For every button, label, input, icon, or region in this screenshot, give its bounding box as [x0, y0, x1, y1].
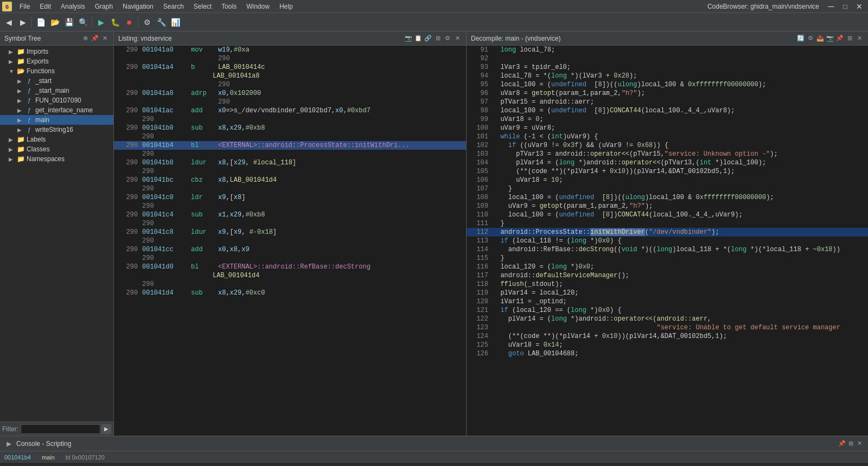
decomp-row[interactable]: 121 if (local_120 == (long *)0x0) {: [467, 306, 868, 315]
decomp-row[interactable]: 93 lVar3 = tpidr_el0;: [467, 63, 868, 72]
decomp-row[interactable]: 117 android::defaultServiceManager();: [467, 271, 868, 280]
decompile-close-icon[interactable]: ✕: [855, 34, 864, 43]
menu-window[interactable]: Window: [242, 2, 274, 11]
decompile-split-icon[interactable]: ⊞: [845, 34, 854, 43]
listing-split-icon[interactable]: ⊞: [433, 34, 442, 43]
listing-row[interactable]: 290 001041c8 ldur x9,[x9, #-0x18]: [114, 228, 466, 237]
listing-row[interactable]: 290: [114, 115, 466, 124]
menu-tools[interactable]: Tools: [217, 2, 241, 11]
decomp-row[interactable]: 91 long local_78;: [467, 46, 868, 54]
tree-item-imports[interactable]: ▶ 📁 Imports: [0, 47, 113, 56]
decomp-row[interactable]: 114 android::RefBase::decStrong((void *)…: [467, 245, 868, 254]
tree-item-exports[interactable]: ▶ 📁 Exports: [0, 56, 113, 66]
decomp-row[interactable]: 100 uVar9 = uVar8;: [467, 124, 868, 132]
maximize-button[interactable]: □: [839, 0, 852, 13]
listing-row[interactable]: 290: [114, 254, 466, 263]
listing-row[interactable]: 290 001041c0 ldr x9,[x8]: [114, 193, 466, 202]
decomp-row[interactable]: 92: [467, 54, 868, 63]
decomp-row[interactable]: 98 local_100 = (undefined [8])CONCAT44(l…: [467, 106, 868, 115]
decomp-row[interactable]: 113 if (local_118 != (long *)0x0) {: [467, 237, 868, 245]
tree-item-start-main[interactable]: ▶ ƒ _start_main: [0, 86, 113, 95]
decomp-row[interactable]: 96 uVar8 = getopt(param_1,param_2,"h?");: [467, 89, 868, 98]
listing-row[interactable]: 290 001041b8 ldur x8,[x29, #local_118]: [114, 158, 466, 167]
listing-row[interactable]: 290: [114, 184, 466, 193]
listing-row[interactable]: 290: [114, 54, 466, 63]
decomp-row[interactable]: 106 uVar18 = 10;: [467, 176, 868, 184]
decompile-export-icon[interactable]: 📤: [816, 34, 825, 43]
listing-row[interactable]: 290 001041cc add x0,x8,x9: [114, 245, 466, 254]
menu-search[interactable]: Search: [159, 2, 188, 11]
tree-item-classes[interactable]: ▶ 📁 Classes: [0, 144, 113, 154]
decomp-row[interactable]: 105 (**(code **)(*plVar14 + 0x10))(plVar…: [467, 167, 868, 176]
menu-analysis[interactable]: Analysis: [56, 2, 90, 11]
decomp-row[interactable]: 120 iVar11 = _optind;: [467, 297, 868, 306]
decompile-content[interactable]: 91 long local_78; 92 93 lVar3 = tpidr_el…: [467, 46, 868, 436]
forward-button[interactable]: ▶: [16, 16, 29, 29]
listing-row[interactable]: 290 001041a0 mov w19,#0xa: [114, 46, 466, 54]
decomp-row[interactable]: 119 plVar14 = local_120;: [467, 289, 868, 297]
filter-button[interactable]: ▶: [101, 424, 111, 434]
listing-row[interactable]: 290 001041ac add x0=>s_/dev/vndbinder_00…: [114, 106, 466, 115]
decomp-row[interactable]: 110 local_100 = (undefined [8])CONCAT44(…: [467, 210, 868, 219]
tool2-button[interactable]: 🔧: [155, 16, 168, 29]
listing-row[interactable]: 290 001041d0 bl <EXTERNAL>::android::Ref…: [114, 263, 466, 271]
listing-row[interactable]: 290 001041bc cbz x8,LAB_001041d4: [114, 176, 466, 184]
decomp-row[interactable]: 115 }: [467, 254, 868, 263]
menu-file[interactable]: File: [15, 2, 34, 11]
tree-item-fun107090[interactable]: ▶ ƒ FUN_00107090: [0, 95, 113, 105]
console-close-icon[interactable]: ✕: [855, 439, 864, 448]
tree-item-labels[interactable]: ▶ 📁 Labels: [0, 135, 113, 144]
listing-row[interactable]: 290: [114, 167, 466, 176]
listing-row[interactable]: 290 001041a4 b LAB_0010414c: [114, 63, 466, 72]
decomp-row[interactable]: 108 local_100 = (undefined [8])((ulong)l…: [467, 193, 868, 202]
tree-item-namespaces[interactable]: ▶ 📁 Namespaces: [0, 154, 113, 164]
menu-graph[interactable]: Graph: [91, 2, 117, 11]
save-button[interactable]: 💾: [62, 16, 75, 29]
listing-camera-icon[interactable]: 📷: [404, 34, 413, 43]
tree-item-main[interactable]: ▶ ƒ main: [0, 115, 113, 125]
listing-row[interactable]: 290: [114, 219, 466, 228]
menu-help[interactable]: Help: [275, 2, 297, 11]
decomp-row-112[interactable]: 112 android::ProcessState::initWithDrive…: [467, 228, 868, 237]
listing-label-row[interactable]: LAB_001041d4: [114, 271, 466, 280]
decomp-row[interactable]: 109 uVar9 = getopt(param_1,param_2,"h?")…: [467, 202, 868, 210]
decomp-row[interactable]: 126 goto LAB_00104688;: [467, 349, 868, 358]
stop-button[interactable]: ■: [123, 16, 136, 29]
debug-button[interactable]: 🐛: [108, 16, 122, 29]
decomp-row[interactable]: 124 (**(code **)(*plVar14 + 0x10))(plVar…: [467, 332, 868, 341]
open-button[interactable]: 📂: [48, 16, 61, 29]
symbol-tree-pin-icon[interactable]: 📌: [91, 34, 99, 43]
decomp-row[interactable]: 116 local_120 = (long *)0x0;: [467, 263, 868, 271]
listing-copy-icon[interactable]: 📋: [414, 34, 423, 43]
decompile-camera-icon[interactable]: 📷: [826, 34, 834, 43]
decomp-row[interactable]: 94 local_78 = *(long *)(lVar3 + 0x28);: [467, 72, 868, 80]
tool1-button[interactable]: ⚙: [141, 16, 154, 29]
decomp-row[interactable]: 101 while (-1 < (int)uVar9) {: [467, 132, 868, 141]
menu-edit[interactable]: Edit: [35, 2, 55, 11]
tool3-button[interactable]: 📊: [169, 16, 182, 29]
decompile-settings-icon[interactable]: ⚙: [806, 34, 815, 43]
listing-row[interactable]: 290: [114, 202, 466, 210]
filter-input[interactable]: [21, 424, 100, 434]
analyze-button[interactable]: 🔍: [76, 16, 90, 29]
close-button[interactable]: ✕: [853, 0, 866, 13]
decomp-row[interactable]: 99 uVar18 = 0;: [467, 115, 868, 124]
listing-close-icon[interactable]: ✕: [453, 34, 462, 43]
listing-row[interactable]: 290 001041a8 adrp x0,0x102000: [114, 89, 466, 98]
decomp-row[interactable]: 125 uVar18 = 0x14;: [467, 341, 868, 349]
console-pin-icon[interactable]: 📌: [838, 439, 846, 448]
decomp-row[interactable]: 111 }: [467, 219, 868, 228]
minimize-button[interactable]: ─: [825, 0, 838, 13]
console-expand-icon[interactable]: ⊞: [846, 439, 855, 448]
tree-item-writestring16[interactable]: ▶ ƒ writeString16: [0, 125, 113, 135]
tree-item-functions[interactable]: ▼ 📂 Functions: [0, 66, 113, 76]
listing-sync-icon[interactable]: 🔗: [424, 34, 432, 43]
listing-row[interactable]: 290: [114, 150, 466, 158]
listing-row[interactable]: 290 001041b0 sub x8,x29,#0xb8: [114, 124, 466, 132]
listing-row[interactable]: 290 001041c4 sub x1,x29,#0xb8: [114, 210, 466, 219]
listing-row[interactable]: 290 001041d4 sub x8,x29,#0xc0: [114, 289, 466, 297]
decomp-row[interactable]: 102 if ((uVar9 != 0x3f) && (uVar9 != 0x6…: [467, 141, 868, 150]
listing-row[interactable]: 290: [114, 237, 466, 245]
tree-item-get-interface-name[interactable]: ▶ ƒ get_interface_name: [0, 105, 113, 115]
decomp-row[interactable]: 95 local_100 = (undefined [8])((ulong)lo…: [467, 80, 868, 89]
